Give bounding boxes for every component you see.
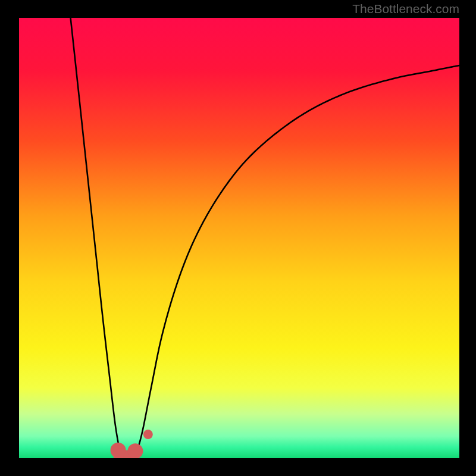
chart-frame: TheBottleneck.com xyxy=(0,0,476,476)
watermark-text: TheBottleneck.com xyxy=(352,2,459,16)
marker-floor-right xyxy=(127,443,143,458)
gradient-background xyxy=(19,18,459,458)
chart-plot xyxy=(19,18,459,458)
marker-small-dot xyxy=(143,430,153,439)
